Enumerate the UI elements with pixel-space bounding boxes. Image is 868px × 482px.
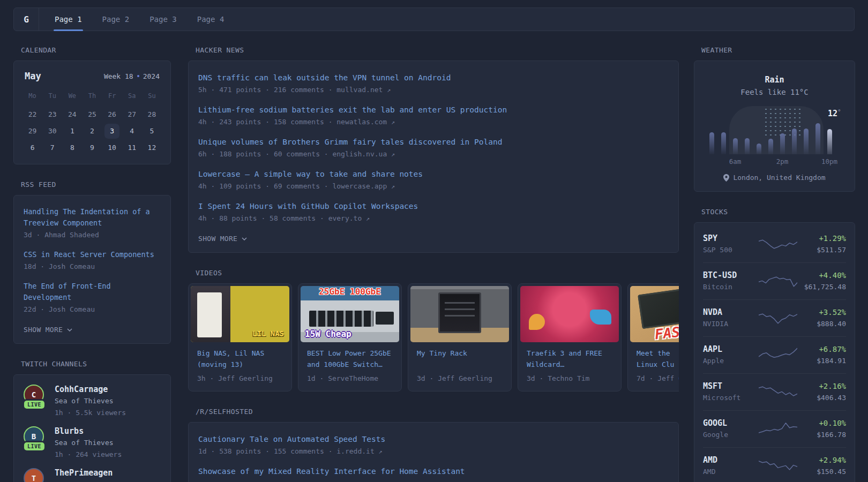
calendar-day[interactable]: 8	[65, 140, 80, 155]
video-thumbnail[interactable]: 25GbE 100GbE 15W Cheap	[301, 286, 399, 342]
rss-item-title[interactable]: The End of Front-End Development	[24, 281, 161, 303]
stock-row[interactable]: GOOGL Google +0.10% $166.78	[703, 410, 846, 447]
stock-change: +2.94%	[817, 455, 846, 465]
feed-item-domain-link[interactable]: newatlas.com ↗	[336, 118, 395, 126]
calendar-day[interactable]: 12	[144, 140, 159, 155]
video-card-body: Meet the Linux Clu 7d · Jeff Geerling	[630, 342, 679, 389]
video-thumbnail[interactable]: FAS	[630, 286, 679, 342]
calendar-day[interactable]: 1	[65, 124, 80, 139]
calendar-day[interactable]: 29	[25, 124, 40, 139]
rss-section: RSS FEED Handling The Indentation of a T…	[13, 180, 171, 344]
feed-item-meta-text: 4h · 88 points · 58 comments ·	[198, 214, 324, 222]
twitch-game[interactable]: Sea of Thieves	[55, 395, 126, 407]
rss-item-title[interactable]: CSS in React Server Components	[24, 249, 154, 260]
section-title-rss: RSS FEED	[21, 180, 171, 189]
show-more-button[interactable]: SHOW MORE	[198, 235, 247, 243]
feed-item-title[interactable]: I Spent 24 Hours with GitHub Copilot Wor…	[198, 200, 418, 212]
stock-row[interactable]: BTC-USD Bitcoin +4.40% $61,725.48	[703, 262, 846, 299]
stock-row[interactable]: NVDA NVIDIA +3.52% $888.40	[703, 299, 846, 336]
rss-item-title[interactable]: Handling The Indentation of a Treeview C…	[24, 206, 161, 229]
calendar-weekday: Th	[88, 92, 96, 100]
stock-symbol[interactable]: GOOGL	[703, 418, 759, 428]
calendar-day[interactable]: 4	[124, 124, 139, 139]
feed-item-domain-link[interactable]: i.redd.it ↗	[336, 447, 383, 455]
app-logo[interactable]: G	[14, 8, 39, 31]
calendar-day[interactable]: 24	[65, 107, 80, 122]
calendar-weekday: Su	[148, 92, 155, 100]
stock-name: Apple	[703, 356, 759, 366]
stocks-section: STOCKS SPY S&P 500 +1.29% $511.57 BTC-US…	[694, 208, 855, 482]
stock-symbol[interactable]: AMD	[703, 455, 759, 465]
stock-row[interactable]: MSFT Microsoft +2.16% $406.43	[703, 373, 846, 410]
feed-item-title[interactable]: Showcase of my Mixed Reality Interface f…	[198, 465, 465, 477]
video-thumbnail[interactable]	[520, 286, 619, 342]
feed-item-title[interactable]: Lowercase – A simple way to take and sha…	[198, 168, 423, 180]
calendar-day[interactable]: 6	[25, 140, 40, 155]
stock-row[interactable]: AMD AMD +2.94% $150.45	[703, 447, 846, 482]
video-title[interactable]: Traefik 3 and FREE Wildcard…	[527, 348, 612, 370]
feed-item-domain-link[interactable]: lowercase.app ↗	[332, 182, 395, 190]
nav-tab[interactable]: Page 2	[99, 8, 133, 31]
stock-symbol[interactable]: NVDA	[703, 307, 759, 318]
nav-tab[interactable]: Page 4	[194, 8, 228, 31]
nav-tab[interactable]: Page 1	[51, 8, 85, 31]
twitch-game[interactable]: Sea of Thieves	[55, 437, 122, 449]
stock-symbol[interactable]: AAPL	[703, 344, 759, 355]
calendar-day[interactable]: 30	[45, 124, 60, 139]
thumbnail-art	[376, 312, 394, 325]
feed-item-title[interactable]: DNS traffic can leak outside the VPN tun…	[198, 72, 451, 84]
feed-item: I Spent 24 Hours with GitHub Copilot Wor…	[198, 200, 669, 224]
weather-bar	[709, 132, 714, 154]
twitch-viewers: 1h · 264 viewers	[55, 449, 122, 461]
calendar-day[interactable]: 27	[124, 107, 139, 122]
video-card[interactable]: 25GbE 100GbE 15W Cheap BEST Low Power 25…	[298, 283, 402, 391]
calendar-day[interactable]: 26	[104, 107, 119, 122]
avatar-initial: B	[32, 432, 36, 441]
video-card[interactable]: My Tiny Rack 3d · Jeff Geerling	[408, 283, 512, 391]
top-nav: G Page 1 Page 2 Page 3 Page 4	[13, 7, 855, 31]
stock-symbol[interactable]: SPY	[703, 233, 759, 244]
video-title[interactable]: BEST Low Power 25GbE and 100GbE Switch…	[307, 348, 393, 370]
feed-item-title[interactable]: Unique volumes of Brothers Grimm fairy t…	[198, 136, 502, 148]
calendar-day[interactable]: 11	[124, 140, 139, 155]
calendar-day[interactable]: 9	[85, 140, 100, 155]
calendar-day[interactable]: 23	[45, 107, 60, 122]
video-card[interactable]: Traefik 3 and FREE Wildcard… 3d · Techno…	[518, 283, 622, 391]
feed-item-domain-link[interactable]: mullvad.net ↗	[336, 86, 391, 94]
current-temp-value: 12	[828, 109, 837, 118]
calendar-day[interactable]: 3	[104, 124, 119, 139]
weather-location: London, United Kingdom	[703, 174, 846, 182]
twitch-channel-name[interactable]: ThePrimeagen	[55, 467, 113, 479]
calendar-day[interactable]: 22	[25, 107, 40, 122]
live-badge: LIVE	[24, 401, 44, 409]
live-badge: LIVE	[24, 442, 44, 450]
stock-row[interactable]: SPY S&P 500 +1.29% $511.57	[703, 226, 846, 262]
video-card[interactable]: FAS Meet the Linux Clu 7d · Jeff Geerlin…	[627, 283, 679, 391]
twitch-channel-name[interactable]: CohhCarnage	[55, 383, 126, 395]
video-title[interactable]: Meet the Linux Clu	[637, 348, 679, 370]
video-thumbnail[interactable]	[410, 286, 509, 342]
dashboard-columns: CALENDAR May Week 18 2024 Mo Tu We Th Fr…	[0, 46, 868, 482]
stock-row[interactable]: AAPL Apple +6.87% $184.91	[703, 336, 846, 373]
feed-item-domain-link[interactable]: english.nv.ua ↗	[332, 150, 395, 158]
stock-symbol[interactable]: BTC-USD	[703, 270, 759, 281]
video-card[interactable]: LIL NAS Big NAS, Lil NAS (moving 13) 3h …	[188, 283, 292, 391]
calendar-day[interactable]: 5	[144, 124, 159, 139]
video-title[interactable]: Big NAS, Lil NAS (moving 13)	[197, 348, 283, 370]
nav-tab[interactable]: Page 3	[146, 8, 180, 31]
show-more-button[interactable]: SHOW MORE	[24, 326, 72, 334]
video-thumbnail[interactable]: LIL NAS	[191, 286, 289, 342]
calendar-day[interactable]: 7	[45, 140, 60, 155]
feed-item-title[interactable]: Cautionary Tale on Automated Speed Tests	[198, 433, 385, 445]
calendar-day[interactable]: 28	[144, 107, 159, 122]
feed-item-title[interactable]: Lithium-free sodium batteries exit the l…	[198, 104, 507, 116]
video-title[interactable]: My Tiny Rack	[417, 348, 503, 370]
calendar-day[interactable]: 25	[85, 107, 100, 122]
page-tabs: Page 1 Page 2 Page 3 Page 4	[44, 8, 234, 31]
twitch-channel-name[interactable]: Blurbs	[55, 425, 122, 437]
feed-item-domain: every.to	[328, 214, 362, 222]
calendar-day[interactable]: 10	[104, 140, 119, 155]
calendar-day[interactable]: 2	[85, 124, 100, 139]
feed-item-domain-link[interactable]: every.to ↗	[328, 214, 370, 222]
stock-symbol[interactable]: MSFT	[703, 381, 759, 391]
